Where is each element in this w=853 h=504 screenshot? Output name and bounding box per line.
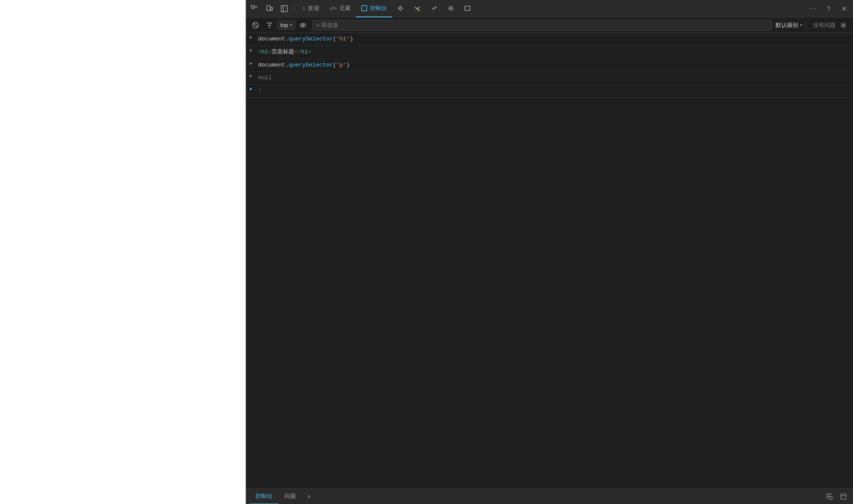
tab-console[interactable]: 控制台 <box>356 0 392 17</box>
console-toolbar: top ▾ ≡ 筛选器 默认级别 ▾ 没有问题 <box>246 17 853 33</box>
elements-icon: </> <box>330 6 337 11</box>
filter-lines-icon: ≡ <box>316 22 319 28</box>
svg-text:!: ! <box>418 8 419 11</box>
svg-rect-34 <box>841 494 846 499</box>
svg-point-12 <box>416 7 418 9</box>
bottom-tab-console[interactable]: 控制台 <box>249 489 279 504</box>
svg-marker-26 <box>250 49 252 52</box>
svg-point-7 <box>399 7 402 10</box>
svg-marker-27 <box>250 62 252 65</box>
settings-gear-icon <box>448 5 454 11</box>
tab-network[interactable]: ! <box>409 0 426 17</box>
svg-rect-20 <box>268 25 271 26</box>
add-icon: + <box>307 493 311 501</box>
bottom-right-icons <box>823 491 850 503</box>
filter-input-area[interactable]: ≡ 筛选器 <box>312 20 772 30</box>
tab-responsive[interactable] <box>459 0 476 17</box>
svg-rect-6 <box>362 6 367 11</box>
console-line-3[interactable]: document.querySelector('p') <box>246 59 853 72</box>
svg-rect-16 <box>465 6 470 10</box>
svg-marker-28 <box>250 75 252 77</box>
toolbar-divider <box>294 4 294 13</box>
tab-welcome[interactable]: ⌂ 欢迎 <box>297 0 325 17</box>
console-line-3-content: document.querySelector('p') <box>258 61 850 70</box>
svg-point-24 <box>843 24 845 26</box>
console-settings-icon[interactable] <box>837 19 850 31</box>
filter-toggle-icon[interactable] <box>263 19 275 31</box>
svg-point-15 <box>450 7 452 9</box>
eye-icon[interactable] <box>297 19 309 31</box>
console-line-1-content: document.querySelector('h1') <box>258 35 850 44</box>
console-line-2[interactable]: <h1>页面标题</h1> <box>246 46 853 59</box>
responsive-icon <box>464 5 470 11</box>
close-icon[interactable]: ✕ <box>837 2 851 16</box>
bottom-right-icon-1[interactable] <box>823 491 836 503</box>
filter-placeholder: 筛选器 <box>321 21 338 29</box>
tab-debugger[interactable] <box>392 0 409 17</box>
more-options-icon[interactable]: ··· <box>806 2 820 16</box>
log-level-selector[interactable]: 默认级别 ▾ <box>776 21 802 29</box>
frame-selector-label: top <box>280 22 288 28</box>
output-arrow-2 <box>249 48 256 52</box>
frame-selector[interactable]: top ▾ <box>277 20 295 30</box>
console-line-4[interactable]: null <box>246 72 853 85</box>
console-line-5[interactable]: | <box>246 85 853 98</box>
add-tab-button[interactable]: + <box>302 490 316 504</box>
svg-point-22 <box>300 23 306 27</box>
svg-rect-21 <box>269 27 270 28</box>
toolbar-right: ··· ? ✕ <box>806 2 851 16</box>
console-line-4-content: null <box>258 73 850 83</box>
input-arrow-5 <box>249 87 256 91</box>
tab-welcome-label: 欢迎 <box>308 4 319 12</box>
svg-line-18 <box>254 23 257 27</box>
svg-marker-29 <box>250 88 252 90</box>
frame-selector-arrow: ▾ <box>290 23 292 27</box>
svg-point-23 <box>302 24 304 26</box>
help-icon[interactable]: ? <box>822 2 836 16</box>
console-output: document.querySelector('h1') <h1>页面标题</h… <box>246 33 853 488</box>
expand-arrow-3[interactable] <box>249 61 256 65</box>
devtools-panel: ⌂ 欢迎 </> 元素 控制台 <box>246 0 853 504</box>
log-level-label: 默认级别 <box>776 21 798 29</box>
performance-icon <box>431 5 437 11</box>
console-line-2-content: <h1>页面标题</h1> <box>258 48 850 57</box>
tab-settings-gear[interactable] <box>443 0 459 17</box>
no-issues-label: 没有问题 <box>813 21 836 29</box>
devtools-top-toolbar: ⌂ 欢迎 </> 元素 控制台 <box>246 0 853 17</box>
log-level-arrow: ▾ <box>800 23 802 27</box>
bottom-right-icon-2[interactable] <box>837 491 850 503</box>
browser-page <box>0 0 246 504</box>
expand-arrow-1[interactable] <box>249 35 256 39</box>
svg-rect-19 <box>267 23 272 23</box>
svg-rect-0 <box>252 6 254 8</box>
layout-icon[interactable] <box>277 2 291 16</box>
svg-marker-25 <box>250 36 252 39</box>
svg-rect-3 <box>271 7 272 10</box>
output-arrow-4 <box>249 73 256 78</box>
tab-elements[interactable]: </> 元素 <box>325 0 356 17</box>
console-icon <box>361 5 367 11</box>
console-toolbar-divider <box>806 21 806 30</box>
home-icon: ⌂ <box>302 5 306 11</box>
svg-rect-4 <box>281 6 287 12</box>
svg-rect-31 <box>829 497 832 499</box>
device-emulation-icon[interactable] <box>262 2 276 16</box>
network-icon: ! <box>414 5 421 11</box>
tab-console-label: 控制台 <box>370 4 387 12</box>
console-input-5[interactable]: | <box>258 87 850 96</box>
console-line-1[interactable]: document.querySelector('h1') <box>246 33 853 46</box>
bottom-tabbar: 控制台 问题 + <box>246 488 853 504</box>
bottom-tab-console-label: 控制台 <box>255 492 272 500</box>
svg-rect-30 <box>827 494 829 497</box>
toolbar-tabs: ⌂ 欢迎 </> 元素 控制台 <box>297 0 805 17</box>
inspect-icon[interactable] <box>248 2 262 16</box>
debugger-icon <box>397 5 403 11</box>
bottom-tab-issues-label: 问题 <box>285 492 296 500</box>
clear-console-icon[interactable] <box>249 19 262 31</box>
tab-elements-label: 元素 <box>339 4 351 12</box>
svg-rect-2 <box>267 6 270 10</box>
tab-performance[interactable] <box>426 0 443 17</box>
bottom-tab-issues[interactable]: 问题 <box>279 489 302 504</box>
